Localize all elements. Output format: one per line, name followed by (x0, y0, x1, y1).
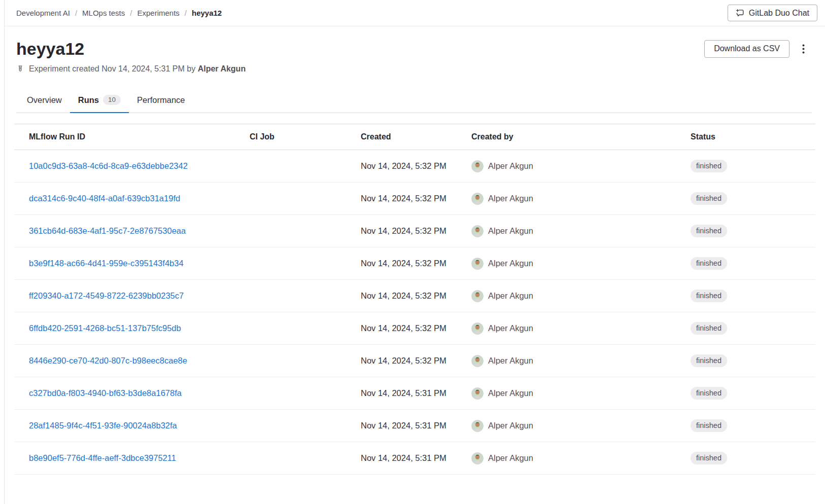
table-row: ff209340-a172-4549-8722-6239bb0235c7 Nov… (14, 280, 815, 312)
status-badge: finished (691, 257, 727, 270)
run-id-link[interactable]: 361cb64d-683e-4af1-95c7-2e8767530eaa (29, 226, 186, 236)
avatar (471, 193, 484, 205)
tab-overview[interactable]: Overview (19, 88, 70, 113)
table-row: c327bd0a-f803-4940-bf63-b3de8a1678fa Nov… (14, 377, 815, 410)
created-by-name: Alper Akgun (488, 453, 533, 463)
created-cell: Nov 14, 2024, 5:31 PM (361, 388, 471, 398)
table-row: 28af1485-9f4c-4f51-93fe-90024a8b32fa Nov… (14, 410, 815, 442)
status-cell: finished (691, 290, 815, 302)
status-badge: finished (691, 225, 727, 237)
page-title: heyya12 (16, 39, 84, 59)
download-csv-button[interactable]: Download as CSV (704, 40, 789, 58)
created-cell: Nov 14, 2024, 5:32 PM (361, 356, 471, 366)
run-id-cell: c327bd0a-f803-4940-bf63-b3de8a1678fa (14, 388, 250, 398)
run-id-cell: 6ffdb420-2591-4268-bc51-137b75fc95db (14, 323, 250, 333)
run-id-link[interactable]: b3e9f148-ac66-4d41-959e-c395143f4b34 (29, 259, 184, 268)
created-by-cell: Alper Akgun (471, 322, 691, 335)
created-by-name: Alper Akgun (488, 226, 533, 236)
column-header-created: Created (361, 124, 471, 150)
created-by-name: Alper Akgun (488, 323, 533, 333)
breadcrumb-separator: / (185, 9, 187, 17)
created-by-cell: Alper Akgun (471, 225, 691, 237)
table-row: dca314c6-9c40-48f4-a0af-639cb31a19fd Nov… (14, 183, 815, 215)
created-by-name: Alper Akgun (488, 421, 533, 430)
run-id-cell: 361cb64d-683e-4af1-95c7-2e8767530eaa (14, 226, 250, 236)
created-by-cell: Alper Akgun (471, 160, 691, 172)
experiment-created-text: Experiment created Nov 14, 2024, 5:31 PM… (29, 64, 246, 74)
created-cell: Nov 14, 2024, 5:32 PM (361, 291, 471, 301)
gitlab-duo-chat-button[interactable]: GitLab Duo Chat (728, 5, 817, 21)
created-by-cell: Alper Akgun (471, 387, 691, 400)
run-id-cell: b8e90ef5-776d-4ffe-aeff-3dbce3975211 (14, 453, 250, 463)
column-header-created-by: Created by (471, 124, 691, 150)
created-by-name: Alper Akgun (488, 259, 533, 268)
breadcrumb-current: heyya12 (192, 9, 222, 17)
more-actions-button[interactable] (795, 40, 812, 58)
run-id-cell: b3e9f148-ac66-4d41-959e-c395143f4b34 (14, 259, 250, 268)
run-id-link[interactable]: dca314c6-9c40-48f4-a0af-639cb31a19fd (29, 194, 180, 203)
run-id-link[interactable]: 10a0c9d3-63a8-4c6d-8ca9-e63debbe2342 (29, 161, 188, 171)
status-badge: finished (691, 452, 727, 464)
run-id-link[interactable]: c327bd0a-f803-4940-bf63-b3de8a1678fa (29, 388, 182, 398)
breadcrumb-bar: Development AI / MLOps tests / Experimen… (5, 0, 825, 26)
breadcrumb-item-mlops-tests[interactable]: MLOps tests (82, 9, 125, 17)
status-cell: finished (691, 354, 815, 367)
status-badge: finished (691, 322, 727, 335)
table-row: 10a0c9d3-63a8-4c6d-8ca9-e63debbe2342 Nov… (14, 150, 815, 183)
experiment-author: Alper Akgun (198, 64, 246, 73)
avatar (471, 355, 484, 367)
tab-overview-label: Overview (27, 95, 62, 105)
created-by-cell: Alper Akgun (471, 452, 691, 464)
experiment-meta: Experiment created Nov 14, 2024, 5:31 PM… (16, 64, 812, 74)
run-id-link[interactable]: 8446e290-ce70-42d0-807c-b98eec8cae8e (29, 356, 187, 366)
created-by-name: Alper Akgun (488, 291, 533, 301)
run-id-link[interactable]: 6ffdb420-2591-4268-bc51-137b75fc95db (29, 323, 181, 333)
created-cell: Nov 14, 2024, 5:32 PM (361, 226, 471, 236)
tab-runs[interactable]: Runs 10 (70, 88, 129, 113)
page-container: Development AI / MLOps tests / Experimen… (4, 0, 825, 504)
created-by-cell: Alper Akgun (471, 290, 691, 302)
experiment-test-tube-icon (16, 65, 24, 74)
tab-performance[interactable]: Performance (129, 88, 193, 113)
column-header-ci-job: CI Job (250, 124, 361, 150)
status-cell: finished (691, 452, 815, 464)
status-badge: finished (691, 354, 727, 367)
avatar (471, 322, 484, 335)
created-by-cell: Alper Akgun (471, 355, 691, 367)
duo-chat-label: GitLab Duo Chat (749, 9, 809, 18)
tabs: Overview Runs 10 Performance (16, 88, 812, 113)
created-by-name: Alper Akgun (488, 161, 533, 171)
table-row: 6ffdb420-2591-4268-bc51-137b75fc95db Nov… (14, 312, 815, 345)
tab-performance-label: Performance (137, 95, 185, 105)
run-id-link[interactable]: 28af1485-9f4c-4f51-93fe-90024a8b32fa (29, 421, 177, 430)
status-cell: finished (691, 257, 815, 270)
run-id-cell: 8446e290-ce70-42d0-807c-b98eec8cae8e (14, 356, 250, 366)
avatar (471, 258, 484, 270)
status-badge: finished (691, 419, 727, 432)
status-cell: finished (691, 192, 815, 205)
avatar (471, 160, 484, 172)
avatar (471, 225, 484, 237)
created-cell: Nov 14, 2024, 5:32 PM (361, 161, 471, 171)
created-by-cell: Alper Akgun (471, 420, 691, 432)
breadcrumb-separator: / (75, 9, 77, 17)
page-header: heyya12 Download as CSV (5, 39, 825, 113)
table-row: b8e90ef5-776d-4ffe-aeff-3dbce3975211 Nov… (14, 442, 815, 475)
status-cell: finished (691, 387, 815, 400)
run-id-link[interactable]: ff209340-a172-4549-8722-6239bb0235c7 (29, 291, 184, 301)
created-cell: Nov 14, 2024, 5:31 PM (361, 421, 471, 430)
status-badge: finished (691, 192, 727, 205)
status-cell: finished (691, 225, 815, 237)
avatar (471, 420, 484, 432)
tab-runs-label: Runs (78, 95, 99, 105)
status-badge: finished (691, 290, 727, 302)
run-id-link[interactable]: b8e90ef5-776d-4ffe-aeff-3dbce3975211 (29, 453, 176, 463)
breadcrumb-item-experiments[interactable]: Experiments (137, 9, 179, 17)
created-cell: Nov 14, 2024, 5:32 PM (361, 194, 471, 203)
runs-count-badge: 10 (103, 95, 121, 105)
breadcrumb-item-development-ai[interactable]: Development AI (16, 9, 70, 17)
column-header-status: Status (691, 124, 815, 150)
duo-chat-icon (736, 9, 744, 17)
status-cell: finished (691, 419, 815, 432)
table-row: b3e9f148-ac66-4d41-959e-c395143f4b34 Nov… (14, 247, 815, 280)
